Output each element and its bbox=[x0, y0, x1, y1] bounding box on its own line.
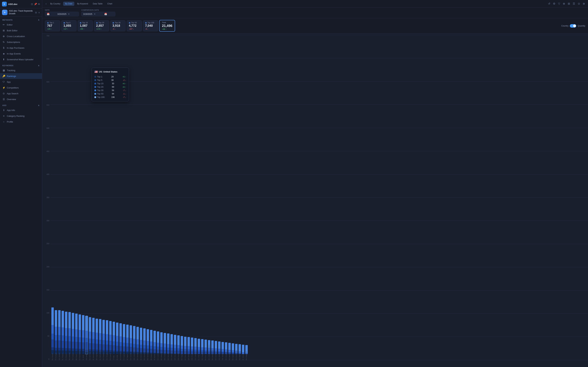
settings-icon[interactable]: ⚙ bbox=[552, 1, 556, 6]
aso-collapse-icon[interactable]: ∧ bbox=[38, 104, 40, 107]
chart-bar-group[interactable]: CA: Canada bbox=[129, 325, 132, 360]
chart-bar-group[interactable]: TR: Turkey bbox=[72, 313, 74, 360]
keywords-collapse-icon[interactable]: ∧ bbox=[38, 64, 40, 67]
chart-bar-group[interactable]: DE: Germany bbox=[89, 317, 91, 360]
chart-bar-group[interactable]: HR: Croatia bbox=[163, 333, 166, 360]
chart-bar-group[interactable]: KW: Kuwait bbox=[177, 335, 180, 360]
chart-bar-group[interactable]: CL: Chile bbox=[197, 339, 200, 360]
sidebar-item-profile[interactable]: ○ Profile bbox=[0, 119, 42, 125]
tab-by-keyword[interactable]: By Keyword bbox=[75, 2, 90, 6]
info-icon[interactable]: ⊕ bbox=[582, 1, 586, 6]
chart-bar-group[interactable]: PE: Peru bbox=[204, 340, 207, 360]
sidebar-item-screenshot-mass-uploader[interactable]: ⬆ Screenshot Mass Uploader bbox=[0, 57, 42, 62]
menu-icon[interactable]: ☰ bbox=[572, 1, 576, 6]
grid-icon[interactable]: ⊞ bbox=[567, 1, 571, 6]
stat-card-top5[interactable]: ▦ Top 5 1,055 +17 ↑ bbox=[61, 20, 77, 31]
chart-bar-group[interactable]: PT: Portugal bbox=[54, 310, 57, 360]
stat-card-top50[interactable]: ▦ Top 50 4,772 -187 ↓ bbox=[127, 20, 142, 31]
sidebar-item-app-search[interactable]: ⊙ App Search bbox=[0, 91, 42, 96]
chart-bar-group[interactable]: BR: Brazil bbox=[75, 314, 78, 360]
chart-bar-group[interactable]: VN: Vietnam bbox=[218, 342, 221, 360]
sidebar-item-overview[interactable]: ☰ Overview bbox=[0, 96, 42, 102]
chart-bar-group[interactable]: HU: Hungary bbox=[106, 320, 108, 360]
chart-bar-group[interactable]: MX: Mexico bbox=[228, 343, 231, 360]
chart-bar-group[interactable]: AR: Argentina bbox=[95, 319, 98, 360]
chart-bar-group[interactable]: ZA: South Africa bbox=[235, 344, 238, 360]
chart-bar-group[interactable]: QA: Qatar bbox=[187, 337, 190, 360]
sidebar-item-category-ranking[interactable]: ≡ Category Ranking bbox=[0, 113, 42, 119]
chart-bar-group[interactable]: PH: Philippines bbox=[245, 345, 248, 360]
sidebar-item-in-app-purchases[interactable]: $ In-App Purchases bbox=[0, 45, 42, 51]
stat-card-top1[interactable]: ▦ Top 1 767 +24 ↑ bbox=[45, 20, 60, 31]
chart-bar-group[interactable]: DK: Slovakia bbox=[136, 327, 139, 360]
filter-icon[interactable]: ▽ bbox=[557, 1, 561, 6]
tab-data-table[interactable]: Data Table bbox=[91, 2, 105, 6]
chart-bar-group[interactable]: TW: Taiwan bbox=[221, 342, 224, 360]
chart-bar-group[interactable]: BE: Belgium bbox=[150, 330, 153, 360]
chart-bar-group[interactable]: CZ: Czech Republic bbox=[156, 331, 160, 360]
chart-bar-group[interactable]: FR: France bbox=[109, 321, 112, 360]
chart-bar-group[interactable]: IT: Italy bbox=[112, 322, 115, 360]
stat-card-top100[interactable]: ▦ Top 100 7,040 -4 ↓ bbox=[143, 20, 158, 31]
tab-chart[interactable]: Chart bbox=[105, 2, 114, 6]
chart-bar-group[interactable]: SE: Sweden bbox=[68, 312, 71, 360]
chart-bar-group[interactable]: SK: Denmark bbox=[139, 328, 143, 360]
comparison-filter-input[interactable]: 3/19/2025 ✕ 📅 bbox=[81, 12, 115, 16]
chart-bar-group[interactable]: US: United States bbox=[85, 316, 88, 360]
date-clear-icon[interactable]: ✕ bbox=[68, 13, 77, 15]
nav-back-button[interactable]: ‹ bbox=[45, 1, 48, 6]
chart-bar-group[interactable]: NO: Norway bbox=[167, 334, 170, 360]
chart-bar-group[interactable]: IL: Israel bbox=[82, 315, 85, 360]
chart-bar-group[interactable]: SA: Saudi Arabia bbox=[211, 341, 214, 360]
pin-icon[interactable]: 📌 bbox=[34, 3, 37, 5]
tab-by-country[interactable]: By Country bbox=[48, 2, 62, 6]
sidebar-item-subscriptions[interactable]: ↻ Subscriptions bbox=[0, 39, 42, 45]
chart-bar-group[interactable]: OM: Oman bbox=[191, 338, 194, 360]
chart-bar-group[interactable]: NL: Netherlands bbox=[99, 319, 102, 360]
network-icon[interactable]: ⊕ bbox=[562, 1, 566, 6]
stat-card-top30[interactable]: ▦ Top 30 3,918 -3 ↓ bbox=[110, 20, 126, 31]
sidebar-item-editor[interactable]: ✏ Editor bbox=[0, 22, 42, 28]
chart-bar-group[interactable]: AE: United Arab Emirates bbox=[208, 340, 211, 360]
collapse-icon[interactable]: ∧ bbox=[38, 19, 40, 21]
chart-bar-group[interactable]: GR: Greece bbox=[173, 335, 177, 360]
country-quantity-toggle[interactable] bbox=[570, 24, 576, 28]
sidebar-item-cross-localization[interactable]: ⊕ Cross Localization bbox=[0, 33, 42, 39]
sidebar-item-rankings[interactable]: 🔑 Rankings bbox=[0, 73, 42, 79]
chart-bar-group[interactable]: TH: Thailand bbox=[102, 320, 105, 360]
mail-icon[interactable]: ✉ bbox=[38, 3, 40, 5]
chevron-down-icon[interactable]: ∨ bbox=[38, 11, 40, 14]
sidebar-item-app-info[interactable]: ℹ App Info bbox=[0, 107, 42, 113]
sidebar-item-spy[interactable]: 🛡 Spy bbox=[0, 79, 42, 85]
search-icon[interactable]: ⊙ bbox=[577, 1, 581, 6]
chart-bar-group[interactable]: IN: India bbox=[116, 323, 119, 360]
chart-bar-group[interactable]: CY: Cyprus bbox=[122, 324, 126, 360]
sidebar-item-tracking[interactable]: ▦ Tracking bbox=[0, 67, 42, 73]
stat-card-top10[interactable]: ▦ Top 10 1,087 +49 ↑ bbox=[78, 20, 93, 31]
date-filter-input[interactable]: 📅 3/20/2025 ✕ bbox=[45, 12, 79, 16]
chart-bar-group[interactable]: RO: Romania bbox=[143, 328, 146, 360]
share-icon[interactable]: ⊡ bbox=[31, 3, 33, 5]
sidebar-item-in-app-events[interactable]: ◈ In-App Events bbox=[0, 51, 42, 57]
chart-bar-group[interactable]: PL: Poland bbox=[61, 311, 64, 360]
sidebar-item-competitors[interactable]: ⚡ Competitors bbox=[0, 85, 42, 91]
chart-bar-group[interactable]: SG: Singapore bbox=[201, 339, 204, 360]
stat-card-total[interactable]: Total 21,496 +68 ↑ bbox=[159, 20, 175, 32]
chart-bar-group[interactable]: CH: Switzerland bbox=[170, 334, 173, 360]
chart-bar-group[interactable]: IE: Ireland bbox=[242, 345, 245, 360]
expand-icon[interactable]: ⊟ bbox=[35, 11, 37, 14]
chart-bar-group[interactable]: NZ: New Zealand bbox=[184, 337, 187, 360]
chart-bar-group[interactable]: ID: Indonesia bbox=[92, 318, 95, 360]
chart-bar-group[interactable]: KZ: Kazakhstan bbox=[78, 314, 81, 360]
chart-bar-group[interactable]: MY: Malaysia bbox=[160, 332, 163, 360]
refresh-icon[interactable]: ↺ bbox=[547, 1, 551, 6]
chart-bar-group[interactable]: FI: Finland bbox=[65, 312, 68, 360]
chart-bar-group[interactable]: GB: United Kingdom bbox=[133, 326, 136, 360]
chart-bar-group[interactable]: KR: South Korea bbox=[214, 341, 217, 360]
stat-card-top20[interactable]: ▦ Top 20 2,857 +172 ↑ bbox=[94, 20, 109, 31]
sidebar-item-bulk-editor[interactable]: ⊞ Bulk Editor bbox=[0, 28, 42, 33]
chart-bar-group[interactable]: NG: Nigeria bbox=[238, 344, 241, 360]
chart-bar-group[interactable]: AT: Austria bbox=[153, 331, 156, 360]
comparison-clear-icon[interactable]: ✕ bbox=[94, 13, 103, 15]
chart-bar-group[interactable]: RU: Russia bbox=[51, 308, 54, 360]
